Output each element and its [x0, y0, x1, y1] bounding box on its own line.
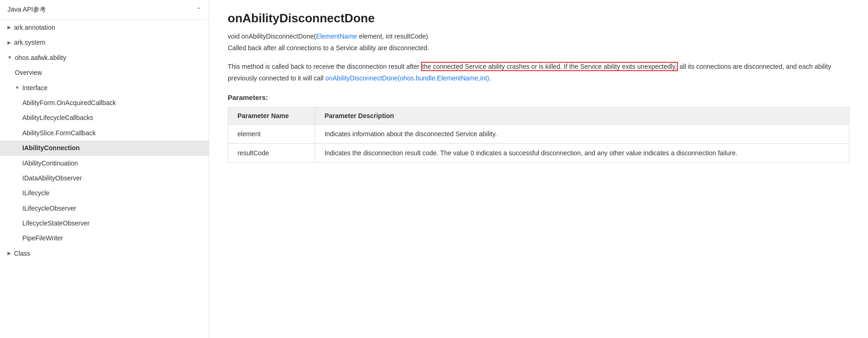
sidebar-item-iability-connection[interactable]: IAbilityConnection	[0, 140, 209, 155]
chevron-right-icon: ▶	[7, 250, 11, 257]
params-heading: Parameters:	[228, 93, 849, 101]
sidebar-item-label: IAbilityConnection	[22, 143, 80, 153]
sidebar-item-label: IDataAbilityObserver	[22, 173, 82, 183]
sidebar: Java API参考 ⌃ ▶ ark.annotation▶ ark.syste…	[0, 0, 209, 338]
sidebar-item-label: IAbilityContinuation	[22, 158, 78, 168]
sidebar-item-ilifecycle-observer[interactable]: ILifecycleObserver	[0, 201, 209, 216]
method-sig-prefix: void onAbilityDisconnectDone(	[228, 33, 316, 40]
table-header-row: Parameter Name Parameter Description	[228, 107, 849, 125]
sidebar-item-interface[interactable]: ▼ Interface	[0, 80, 209, 95]
sidebar-item-lifecycle-state-observer[interactable]: LifecycleStateObserver	[0, 216, 209, 231]
col-param-desc: Parameter Description	[315, 107, 849, 125]
page-title: onAbilityDisconnectDone	[228, 11, 849, 26]
sidebar-item-label: Interface	[22, 83, 47, 93]
sidebar-item-label: AbilityForm.OnAcquiredCallback	[22, 98, 116, 108]
chevron-down-icon: ▼	[7, 54, 12, 61]
sidebar-item-label: LifecycleStateObserver	[22, 218, 90, 228]
sidebar-item-label: AbilityLifecycleCallbacks	[22, 113, 93, 123]
chevron-down-icon: ▼	[15, 84, 20, 92]
sidebar-item-ability-lifecycle-callbacks[interactable]: AbilityLifecycleCallbacks	[0, 110, 209, 125]
body-before: This method is called back to receive th…	[228, 63, 421, 70]
sidebar-item-ark-annotation[interactable]: ▶ ark.annotation	[0, 20, 209, 35]
sidebar-item-ohos-aafwk-ability[interactable]: ▼ ohos.aafwk.ability	[0, 50, 209, 65]
sidebar-item-label: ark.system	[14, 37, 46, 47]
sidebar-item-label: ILifecycle	[22, 188, 49, 198]
sidebar-item-label: PipeFileWriter	[22, 233, 63, 243]
body-text: This method is called back to receive th…	[228, 61, 849, 84]
sidebar-item-idata-ability-observer[interactable]: IDataAbilityObserver	[0, 171, 209, 186]
table-row: resultCodeIndicates the disconnection re…	[228, 144, 849, 163]
sidebar-item-ability-form-callback[interactable]: AbilityForm.OnAcquiredCallback	[0, 95, 209, 110]
sidebar-header: Java API参考 ⌃	[0, 0, 209, 20]
sidebar-item-label: ILifecycleObserver	[22, 203, 76, 213]
sidebar-item-iability-continuation[interactable]: IAbilityContinuation	[0, 156, 209, 171]
sidebar-item-label: ohos.aafwk.ability	[15, 53, 66, 63]
sidebar-item-label: Overview	[15, 67, 42, 78]
main-content: onAbilityDisconnectDone void onAbilityDi…	[209, 0, 868, 338]
chevron-right-icon: ▶	[7, 39, 11, 46]
chevron-right-icon: ▶	[7, 24, 11, 31]
sidebar-item-label: ark.annotation	[14, 22, 55, 33]
highlighted-text: the connected Service ability crashes or…	[421, 62, 677, 71]
sidebar-title: Java API参考	[7, 6, 46, 14]
sidebar-item-class[interactable]: ▶ Class	[0, 246, 209, 261]
sidebar-item-label: AbilitySlice.FormCallback	[22, 128, 96, 138]
param-desc-cell: Indicates the disconnection result code.…	[315, 144, 849, 163]
collapse-icon[interactable]: ⌃	[197, 7, 201, 13]
body-link[interactable]: onAbilityDisconnectDone(ohos.bundle.Elem…	[325, 74, 489, 82]
element-name-link[interactable]: ElementName	[316, 33, 357, 40]
col-param-name: Parameter Name	[228, 107, 315, 125]
sidebar-item-ilifecycle[interactable]: ILifecycle	[0, 186, 209, 200]
params-tbody: elementIndicates information about the d…	[228, 125, 849, 163]
params-table: Parameter Name Parameter Description ele…	[228, 107, 849, 163]
param-name-cell: resultCode	[228, 144, 315, 163]
sidebar-item-ability-slice-form-callback[interactable]: AbilitySlice.FormCallback	[0, 126, 209, 140]
method-short-desc: Called back after all connections to a S…	[228, 44, 849, 52]
sidebar-item-overview[interactable]: Overview	[0, 65, 209, 80]
method-sig-suffix: element, int resultCode)	[357, 33, 428, 40]
table-row: elementIndicates information about the d…	[228, 125, 849, 144]
sidebar-item-pipe-file-writer[interactable]: PipeFileWriter	[0, 231, 209, 245]
body-end: .	[489, 74, 491, 82]
sidebar-nav: ▶ ark.annotation▶ ark.system▼ ohos.aafwk…	[0, 20, 209, 261]
param-desc-cell: Indicates information about the disconne…	[315, 125, 849, 144]
method-signature: void onAbilityDisconnectDone(ElementName…	[228, 31, 849, 42]
sidebar-item-ark-system[interactable]: ▶ ark.system	[0, 35, 209, 50]
sidebar-item-label: Class	[14, 248, 30, 258]
param-name-cell: element	[228, 125, 315, 144]
